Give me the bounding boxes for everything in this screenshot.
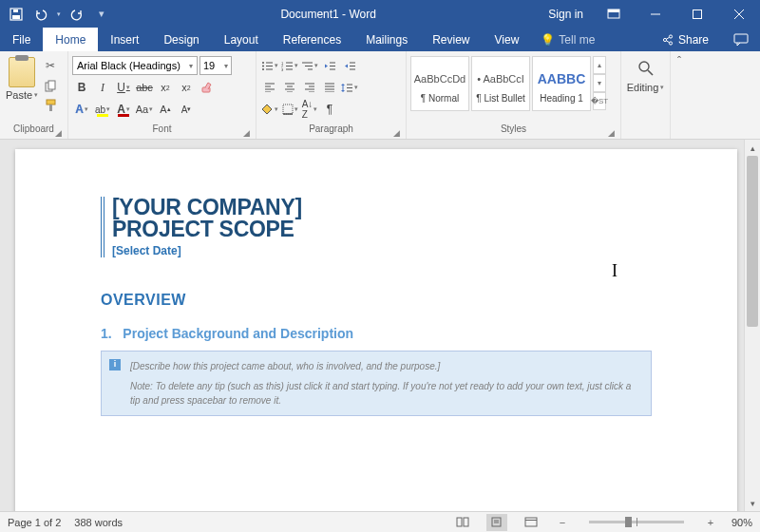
zoom-slider[interactable] <box>589 521 684 523</box>
superscript-button[interactable]: x2 <box>177 78 196 97</box>
shrink-font-button[interactable]: A▾ <box>177 100 196 119</box>
align-right-button[interactable] <box>300 78 319 97</box>
highlight-button[interactable]: ab <box>93 100 112 119</box>
clipboard-launcher-icon[interactable]: ◢ <box>55 128 62 138</box>
print-layout-button[interactable] <box>486 514 507 531</box>
tab-review[interactable]: Review <box>420 28 482 51</box>
tell-me-search[interactable]: 💡 Tell me <box>531 28 604 51</box>
tab-insert[interactable]: Insert <box>98 28 151 51</box>
line-spacing-button[interactable] <box>340 78 359 97</box>
styles-launcher-icon[interactable]: ◢ <box>608 128 615 138</box>
show-marks-button[interactable]: ¶ <box>320 100 339 119</box>
change-case-button[interactable]: Aa <box>135 100 154 119</box>
doc-overview-heading[interactable]: OVERVIEW <box>101 292 652 309</box>
paragraph-launcher-icon[interactable]: ◢ <box>393 128 400 138</box>
doc-section-1[interactable]: 1. Project Background and Description <box>101 326 652 341</box>
sort-button[interactable]: A↓Z <box>300 100 319 119</box>
tab-references[interactable]: References <box>271 28 353 51</box>
find-button[interactable] <box>635 57 657 80</box>
grow-font-button[interactable]: A▴ <box>156 100 175 119</box>
bullets-button[interactable] <box>260 56 279 75</box>
page-indicator[interactable]: Page 1 of 2 <box>8 517 61 528</box>
zoom-in-button[interactable]: + <box>703 517 718 528</box>
doc-date-placeholder[interactable]: [Select Date] <box>112 244 652 257</box>
save-icon[interactable] <box>6 4 27 25</box>
clear-formatting-button[interactable] <box>198 78 217 97</box>
undo-icon[interactable] <box>30 4 51 25</box>
shading-button[interactable] <box>260 100 279 119</box>
undo-dropdown-icon[interactable]: ▾ <box>55 4 63 25</box>
font-name-combo[interactable]: Arial Black (Headings)▾ <box>72 56 198 75</box>
group-label-styles: Styles <box>501 124 526 134</box>
tab-view[interactable]: View <box>483 28 532 51</box>
read-mode-button[interactable] <box>452 514 473 531</box>
tab-mailings[interactable]: Mailings <box>353 28 420 51</box>
svg-line-64 <box>648 70 653 75</box>
style-heading-1[interactable]: AABBC Heading 1 <box>532 56 591 111</box>
qat-customize-icon[interactable]: ▾ <box>91 4 112 25</box>
svg-line-12 <box>666 37 669 39</box>
scroll-up-icon[interactable]: ▴ <box>745 140 760 156</box>
italic-button[interactable]: I <box>93 78 112 97</box>
tab-design[interactable]: Design <box>151 28 211 51</box>
group-font: Arial Black (Headings)▾ 19▾ B I U abc x2… <box>68 51 256 139</box>
font-launcher-icon[interactable]: ◢ <box>243 128 250 138</box>
document-page[interactable]: [YOUR COMPANY] PROJECT SCOPE [Select Dat… <box>15 149 737 511</box>
vertical-scrollbar[interactable]: ▴ ▾ <box>744 140 760 511</box>
strikethrough-button[interactable]: abc <box>135 78 154 97</box>
tab-home[interactable]: Home <box>43 28 98 51</box>
close-button[interactable] <box>718 0 760 28</box>
style-list-bullet[interactable]: • AaBbCcI ¶ List Bullet <box>471 56 530 111</box>
style-normal[interactable]: AaBbCcDd ¶ Normal <box>410 56 469 111</box>
bold-button[interactable]: B <box>72 78 91 97</box>
font-color-button[interactable]: A <box>114 100 133 119</box>
decrease-indent-button[interactable] <box>320 56 339 75</box>
share-button[interactable]: Share <box>649 28 722 51</box>
scroll-track[interactable] <box>745 156 760 495</box>
scroll-down-icon[interactable]: ▾ <box>745 495 760 511</box>
styles-gallery-expand[interactable]: �ST <box>593 92 606 110</box>
svg-line-13 <box>666 40 669 42</box>
ribbon-display-options-icon[interactable] <box>593 0 635 28</box>
font-size-combo[interactable]: 19▾ <box>200 56 232 75</box>
svg-rect-70 <box>525 518 537 526</box>
comments-button[interactable] <box>722 28 760 51</box>
align-left-button[interactable] <box>260 78 279 97</box>
numbering-button[interactable]: 123 <box>280 56 299 75</box>
web-layout-button[interactable] <box>521 514 542 531</box>
format-painter-button[interactable] <box>42 97 59 114</box>
copy-button[interactable] <box>42 77 59 94</box>
signin-button[interactable]: Sign in <box>539 0 593 28</box>
align-center-button[interactable] <box>280 78 299 97</box>
tab-file[interactable]: File <box>0 28 43 51</box>
minimize-button[interactable] <box>635 0 676 28</box>
zoom-level[interactable]: 90% <box>732 517 752 528</box>
doc-company-placeholder[interactable]: [YOUR COMPANY] <box>112 197 652 218</box>
subscript-button[interactable]: x2 <box>156 78 175 97</box>
group-label-font: Font <box>152 124 171 134</box>
scroll-thumb[interactable] <box>747 156 758 327</box>
maximize-button[interactable] <box>676 0 718 28</box>
styles-scroll-down[interactable]: ▾ <box>593 74 606 92</box>
word-count[interactable]: 388 words <box>74 517 123 528</box>
editing-label: Editing <box>627 82 659 93</box>
styles-scroll-up[interactable]: ▴ <box>593 56 606 74</box>
text-effects-button[interactable]: A <box>72 100 91 119</box>
tab-layout[interactable]: Layout <box>212 28 271 51</box>
increase-indent-button[interactable] <box>340 56 359 75</box>
svg-rect-61 <box>283 104 293 114</box>
collapse-ribbon-button[interactable]: ˆ <box>671 51 688 139</box>
group-clipboard: Paste▾ ✂ Clipboard◢ <box>0 51 68 139</box>
redo-icon[interactable] <box>66 4 87 25</box>
cut-button[interactable]: ✂ <box>42 57 59 74</box>
borders-button[interactable] <box>280 100 299 119</box>
multilevel-list-button[interactable] <box>300 56 319 75</box>
justify-button[interactable] <box>320 78 339 97</box>
doc-tip-box[interactable]: i [Describe how this project came about,… <box>101 351 652 416</box>
ribbon: Paste▾ ✂ Clipboard◢ Arial Black (Heading… <box>0 51 760 140</box>
zoom-thumb[interactable] <box>625 517 632 527</box>
paste-button[interactable]: Paste▾ <box>4 53 40 101</box>
underline-button[interactable]: U <box>114 78 133 97</box>
zoom-out-button[interactable]: − <box>555 517 570 528</box>
doc-scope-title[interactable]: PROJECT SCOPE <box>112 218 652 240</box>
